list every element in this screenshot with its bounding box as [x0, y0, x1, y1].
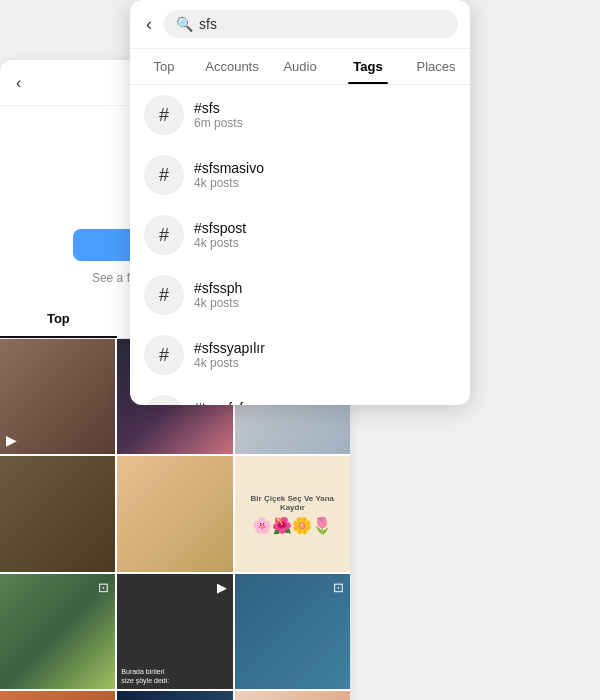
result-name-3: #sfspost — [194, 220, 246, 236]
tab-accounts[interactable]: Accounts — [198, 49, 266, 84]
grid-cell-4[interactable] — [0, 456, 115, 571]
search-icon: 🔍 — [176, 16, 193, 32]
tab-places[interactable]: Places — [402, 49, 470, 84]
result-info-4: #sfssph 4k posts — [194, 280, 242, 310]
result-item-5[interactable]: # #sfssyapılır 4k posts — [130, 325, 470, 385]
grid-cell-6[interactable]: Bir Çiçek Seç Ve Yana Kaydır 🌸🌺🌼🌷 — [235, 456, 350, 571]
search-bar: ‹ 🔍 — [130, 0, 470, 49]
search-input[interactable] — [199, 16, 446, 32]
result-name-1: #sfs — [194, 100, 243, 116]
hashtag-icon-2: # — [144, 155, 184, 195]
result-item-1[interactable]: # #sfs 6m posts — [130, 85, 470, 145]
video-icon: ▶ — [6, 432, 17, 448]
search-input-wrap: 🔍 — [164, 10, 458, 38]
result-sub-1: 6m posts — [194, 116, 243, 130]
multi-icon: ⊡ — [98, 580, 109, 595]
result-item-6[interactable]: # #topsfsfs 4k posts — [130, 385, 470, 405]
result-info-1: #sfs 6m posts — [194, 100, 243, 130]
result-info-6: #topsfsfs 4k posts — [194, 400, 250, 405]
hashtag-icon-5: # — [144, 335, 184, 375]
result-info-2: #sfsmasivo 4k posts — [194, 160, 264, 190]
result-info-5: #sfssyapılır 4k posts — [194, 340, 265, 370]
result-info-3: #sfspost 4k posts — [194, 220, 246, 250]
grid-cell-12[interactable]: ⊡ — [235, 691, 350, 700]
tab-top[interactable]: Top — [0, 301, 117, 338]
result-name-6: #topsfsfs — [194, 400, 250, 405]
grid-cell-8[interactable]: ▶ Burada birilerisize şöyle dedi: — [117, 574, 232, 689]
result-item-2[interactable]: # #sfsmasivo 4k posts — [130, 145, 470, 205]
grid-cell-1[interactable]: ▶ — [0, 339, 115, 454]
flower-text: Bir Çiçek Seç Ve Yana Kaydır — [235, 494, 350, 512]
search-results-list: # #sfs 6m posts # #sfsmasivo 4k posts # … — [130, 85, 470, 405]
hashtag-icon-1: # — [144, 95, 184, 135]
tab-tags[interactable]: Tags — [334, 49, 402, 84]
result-sub-3: 4k posts — [194, 236, 246, 250]
result-item-4[interactable]: # #sfssph 4k posts — [130, 265, 470, 325]
grid-cell-10[interactable]: ⊡ — [0, 691, 115, 700]
grid-cell-11[interactable]: ⊡ — [117, 691, 232, 700]
search-tabs-row: Top Accounts Audio Tags Places — [130, 49, 470, 85]
profile-back-button[interactable]: ‹ — [16, 74, 21, 92]
search-back-button[interactable]: ‹ — [142, 12, 156, 37]
cell-overlay-text: Burada birilerisize şöyle dedi: — [121, 667, 169, 685]
result-item-3[interactable]: # #sfspost 4k posts — [130, 205, 470, 265]
search-overlay: ‹ 🔍 Top Accounts Audio Tags Places # #sf… — [130, 0, 470, 405]
result-sub-5: 4k posts — [194, 356, 265, 370]
grid-cell-5[interactable] — [117, 456, 232, 571]
hashtag-icon-6: # — [144, 395, 184, 405]
result-name-5: #sfssyapılır — [194, 340, 265, 356]
grid-cell-9[interactable]: ⊡ — [235, 574, 350, 689]
multi-icon: ⊡ — [333, 580, 344, 595]
play-icon: ▶ — [217, 580, 227, 595]
hashtag-icon-3: # — [144, 215, 184, 255]
tab-top[interactable]: Top — [130, 49, 198, 84]
grid-cell-7[interactable]: ⊡ — [0, 574, 115, 689]
hashtag-icon-4: # — [144, 275, 184, 315]
tab-audio[interactable]: Audio — [266, 49, 334, 84]
result-sub-2: 4k posts — [194, 176, 264, 190]
result-name-2: #sfsmasivo — [194, 160, 264, 176]
flower-emoji: 🌸🌺🌼🌷 — [252, 516, 332, 535]
result-name-4: #sfssph — [194, 280, 242, 296]
result-sub-4: 4k posts — [194, 296, 242, 310]
